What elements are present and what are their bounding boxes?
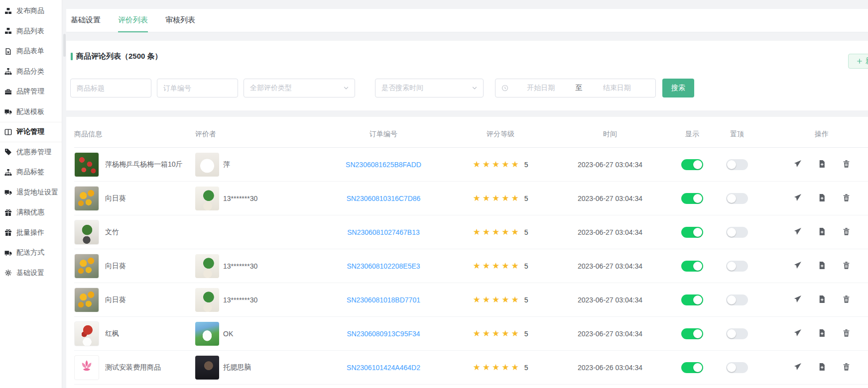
sidebar-menu: 发布商品 商品列表 商品表单 商品分类 品牌管理 [0, 1, 62, 283]
order-number-link[interactable]: SN2306081027467B13 [347, 228, 420, 236]
add-button[interactable]: 新增 [848, 54, 868, 69]
delete-button[interactable] [842, 194, 851, 203]
top-toggle[interactable] [726, 227, 748, 238]
order-number-link[interactable]: SN2306081625B8FADD [346, 161, 421, 169]
sidebar-item[interactable]: 配送模板 [0, 102, 62, 122]
file-add-button[interactable] [818, 329, 826, 339]
delete-button[interactable] [842, 329, 851, 339]
star-rating: ★★★★★ [473, 262, 521, 270]
product-image [74, 220, 99, 245]
sidebar-item[interactable]: 商品列表 [0, 21, 62, 42]
review-type-select[interactable]: 全部评价类型 [244, 79, 355, 97]
tab[interactable]: 审核列表 [165, 9, 195, 32]
send-button[interactable] [793, 160, 802, 170]
show-toggle[interactable] [681, 261, 703, 272]
sidebar-item[interactable]: 商品分类 [0, 62, 62, 82]
sidebar-item-label: 优惠券管理 [16, 148, 51, 157]
delete-button[interactable] [842, 363, 851, 373]
top-toggle[interactable] [726, 159, 748, 170]
send-button[interactable] [793, 295, 802, 305]
show-toggle[interactable] [681, 227, 703, 238]
trash-icon [842, 295, 851, 305]
date-separator: 至 [574, 84, 585, 93]
sidebar-item[interactable]: 品牌管理 [0, 82, 62, 102]
show-toggle[interactable] [681, 328, 703, 339]
sidebar-item[interactable]: 配送方式 [0, 243, 62, 263]
paper-plane-icon [793, 295, 802, 305]
briefcase-icon [4, 88, 12, 96]
send-button[interactable] [793, 329, 802, 339]
reviewer-name: 萍 [223, 160, 230, 169]
columns-icon [4, 128, 12, 136]
order-no-input[interactable] [157, 79, 238, 97]
order-number-link[interactable]: SN2306081018BD7701 [347, 296, 420, 304]
review-time: 2023-06-27 03:04:34 [578, 262, 642, 270]
top-toggle[interactable] [726, 328, 748, 339]
file-add-button[interactable] [818, 227, 826, 237]
sidebar-item[interactable]: 退货地址设置 [0, 183, 62, 203]
file-add-button[interactable] [818, 295, 826, 305]
truck-icon [4, 108, 12, 115]
trash-icon [842, 194, 851, 203]
file-plus-icon [818, 295, 826, 305]
file-add-button[interactable] [818, 194, 826, 203]
show-toggle[interactable] [681, 294, 703, 305]
file-plus-icon [818, 194, 826, 203]
column-header-top: 置顶 [717, 130, 757, 139]
sidebar-item[interactable]: 满额优惠 [0, 202, 62, 223]
sidebar-item[interactable]: 优惠券管理 [0, 142, 62, 163]
sidebar-item[interactable]: 商品标签 [0, 162, 62, 183]
delete-button[interactable] [842, 160, 851, 170]
start-date-input[interactable]: 开始日期 [508, 84, 574, 93]
sidebar-item[interactable]: 基础设置 [0, 263, 62, 284]
sidebar-item[interactable]: 批量操作 [0, 223, 62, 243]
tab[interactable]: 基础设置 [71, 9, 101, 32]
top-toggle[interactable] [726, 261, 748, 272]
star-rating: ★★★★★ [473, 160, 521, 169]
sidebar-item[interactable]: 评论管理 [0, 122, 62, 142]
send-button[interactable] [793, 261, 802, 271]
order-number-link[interactable]: SN2306080913C95F34 [347, 330, 420, 338]
end-date-input[interactable]: 结束日期 [585, 84, 650, 93]
reviewer-avatar [195, 254, 219, 278]
tab[interactable]: 评价列表 [118, 9, 148, 32]
product-image [74, 254, 99, 279]
search-time-select[interactable]: 是否搜索时间 [375, 79, 484, 97]
delete-button[interactable] [842, 295, 851, 305]
date-range-picker[interactable]: 开始日期 至 结束日期 [495, 79, 656, 97]
filters-row: 全部评价类型 是否搜索时间 开始日期 至 结束日期 搜索 [70, 79, 868, 97]
table-row: 向日葵 13*******30 SN230608102208E5E3 ★★★★★… [74, 249, 868, 283]
table-body: 萍杨梅乒乓杨梅一箱10斤 萍 SN2306081625B8FADD ★★★★★ … [74, 148, 868, 385]
send-button[interactable] [793, 194, 802, 203]
order-number-link[interactable]: SN230608102208E5E3 [347, 262, 420, 270]
order-number-link[interactable]: SN2306101424A464D2 [347, 364, 420, 372]
order-number-link[interactable]: SN23060810316C7D86 [347, 194, 421, 202]
delete-button[interactable] [842, 227, 851, 237]
file-add-button[interactable] [818, 160, 826, 170]
show-toggle[interactable] [681, 159, 703, 170]
show-toggle[interactable] [681, 193, 703, 204]
send-button[interactable] [793, 227, 802, 237]
rating-value: 5 [524, 364, 528, 372]
tag-icon [4, 148, 12, 156]
reviewer-name: 托腮思脑 [223, 363, 251, 372]
rating-value: 5 [524, 161, 528, 169]
sidebar-item[interactable]: 商品表单 [0, 41, 62, 62]
sidebar-scrollbar-thumb[interactable] [63, 34, 66, 57]
top-toggle[interactable] [726, 294, 748, 305]
file-add-button[interactable] [818, 261, 826, 271]
top-toggle[interactable] [726, 362, 748, 373]
plus-icon [857, 58, 863, 64]
search-button[interactable]: 搜索 [662, 79, 694, 97]
paper-plane-icon [793, 227, 802, 237]
file-add-button[interactable] [818, 363, 826, 373]
trash-icon [842, 227, 851, 237]
product-title-input[interactable] [70, 79, 151, 97]
sidebar-item[interactable]: 发布商品 [0, 1, 62, 21]
tabs-bar: 基础设置 评价列表 审核列表 [71, 9, 868, 32]
top-toggle[interactable] [726, 193, 748, 204]
send-button[interactable] [793, 363, 802, 373]
delete-button[interactable] [842, 261, 851, 271]
trash-icon [842, 160, 851, 170]
show-toggle[interactable] [681, 362, 703, 373]
